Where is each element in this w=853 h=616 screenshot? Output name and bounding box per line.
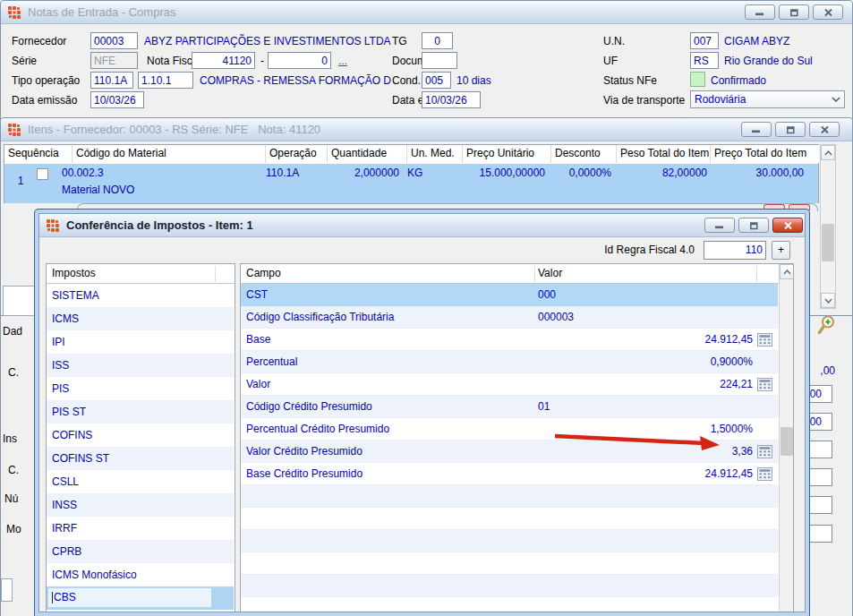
maximize-button[interactable] [779, 4, 809, 20]
imposto-item-csll[interactable]: CSLL [47, 470, 234, 493]
scroll-down-button[interactable] [821, 293, 835, 308]
tipo-operacao-label: Tipo operação [12, 74, 80, 87]
id-regra-input[interactable]: 110 [704, 241, 766, 260]
nota-fiscal-input[interactable]: 41120 [192, 52, 255, 69]
conf-table-row [241, 597, 778, 612]
conf-table-row[interactable]: Percentual Crédito Presumido1,5000% [241, 418, 778, 441]
column-header[interactable]: Un. Med. [406, 145, 462, 163]
close-button[interactable] [809, 122, 840, 137]
minimize-button[interactable] [741, 122, 772, 137]
campo-cell: Código Classificação Tributária [246, 306, 394, 329]
itens-scrollbar[interactable] [820, 144, 836, 309]
zoom-in-icon[interactable] [815, 314, 836, 338]
close-button[interactable] [813, 4, 843, 20]
column-header[interactable]: Operação [265, 145, 327, 163]
conf-table-row[interactable]: CST000 [241, 284, 778, 306]
tipo-operacao-code2-input[interactable]: 1.10.1 [138, 72, 193, 89]
column-header[interactable]: Preço Unitário [462, 145, 550, 163]
valor-cell[interactable]: 24.912,45 [545, 463, 753, 485]
titlebar-notas[interactable]: Notas de Entrada - Compras [1, 1, 852, 24]
imposto-item-cbs[interactable]: CBS [47, 586, 234, 610]
imposto-item-icms-monofásico[interactable]: ICMS Monofásico [47, 563, 234, 586]
conf-table-row[interactable]: Código Classificação Tributária000003 [241, 306, 778, 329]
imposto-item-pis-st[interactable]: PIS ST [47, 400, 234, 424]
cell-operacao: 110.1A [266, 167, 299, 179]
scroll-up-button[interactable] [780, 264, 794, 279]
imposto-item-icms[interactable]: ICMS [47, 307, 234, 330]
data-entrada-input[interactable]: 10/03/26 [422, 91, 481, 108]
column-header[interactable]: Peso Total do Item [616, 145, 710, 163]
minimize-button[interactable] [745, 4, 775, 20]
itens-table-header: SequênciaCódigo do MaterialOperaçãoQuant… [4, 145, 818, 163]
conf-table-row[interactable]: Valor Crédito Presumido3,36 [241, 441, 778, 463]
valor-cell[interactable]: 000003 [538, 306, 574, 329]
imposto-item-cofins[interactable]: COFINS [47, 424, 234, 447]
fornecedor-code-input[interactable]: 00003 [90, 32, 138, 49]
conf-table-row[interactable]: Percentual0,9000% [241, 351, 778, 373]
data-emissao-input[interactable]: 10/03/26 [90, 91, 144, 108]
valor-cell[interactable]: 000 [538, 284, 556, 306]
app-icon [7, 123, 21, 137]
scroll-up-button[interactable] [821, 145, 835, 160]
valor-cell[interactable]: 1,5000% [545, 418, 753, 441]
conf-table-row[interactable]: Base24.912,45 [241, 329, 778, 351]
conf-table-row[interactable]: Código Crédito Presumido01 [241, 396, 778, 418]
close-button[interactable] [772, 218, 803, 233]
un-label: U.N. [603, 35, 625, 47]
column-header[interactable]: Sequência [4, 145, 72, 163]
background-label-fragment: Dad [3, 325, 22, 338]
campo-cell: Base [246, 329, 270, 351]
fornecedor-name: ABYZ PARTICIPAÇÕES E INVESTIMENTOS LTDA [144, 35, 391, 47]
chevron-down-icon [832, 97, 840, 102]
documento-input[interactable] [422, 52, 457, 69]
imposto-item-cofins-st[interactable]: COFINS ST [47, 447, 234, 470]
imposto-item-pis[interactable]: PIS [47, 377, 234, 400]
imposto-item-sistema[interactable]: SISTEMA [47, 284, 234, 307]
nota-fiscal-more-link[interactable]: ... [338, 55, 347, 67]
imposto-item-inss[interactable]: INSS [47, 493, 234, 517]
conf-scrollbar[interactable] [779, 264, 794, 612]
scrollbar-thumb[interactable] [822, 224, 834, 261]
maximize-button[interactable] [738, 218, 769, 233]
background-label-fragment: C. [8, 464, 19, 476]
valor-cell[interactable]: 01 [538, 396, 550, 418]
column-valor: Valor [538, 264, 562, 283]
imposto-item-ibs[interactable]: IBS [47, 610, 234, 612]
conf-table-header: Campo Valor [241, 264, 793, 284]
column-header[interactable]: Código do Material [72, 145, 265, 163]
conf-table-row[interactable]: Base Crédito Presumido24.912,45 [241, 463, 778, 485]
background-label-fragment: Ins [3, 432, 17, 445]
column-header[interactable]: Quantidade [327, 145, 406, 163]
un-code-input[interactable]: 007 [690, 32, 719, 49]
imposto-item-ipi[interactable]: IPI [47, 330, 234, 354]
nota-fiscal-sub-input[interactable]: 0 [268, 52, 331, 69]
campo-cell: Base Crédito Presumido [246, 463, 363, 485]
maximize-button[interactable] [775, 122, 806, 137]
uf-input[interactable]: RS [690, 52, 719, 69]
cond-pag-input[interactable]: 005 [422, 72, 451, 89]
scrollbar-thumb[interactable] [780, 427, 793, 456]
imposto-item-cprb[interactable]: CPRB [47, 540, 234, 563]
valor-cell[interactable]: 0,9000% [545, 351, 753, 373]
background-field-fragment [1, 578, 13, 602]
conf-table-row[interactable]: Valor224,21 [241, 373, 778, 396]
titlebar-conferencia[interactable]: Conferência de Impostos - Item: 1 [39, 214, 805, 237]
cond-pag-desc: 10 dias [456, 74, 491, 87]
valor-cell[interactable]: 224,21 [545, 373, 753, 396]
imposto-item-iss[interactable]: ISS [47, 354, 234, 377]
row-checkbox[interactable] [37, 168, 48, 180]
tg-input[interactable]: 0 [422, 32, 453, 49]
table-row[interactable]: 1 00.002.3 Material NOVO 110.1A 2,000000… [4, 164, 818, 203]
add-button[interactable]: + [772, 241, 790, 260]
imposto-item-irrf[interactable]: IRRF [47, 517, 234, 540]
titlebar-itens[interactable]: Itens - Fornecedor: 00003 - RS Série: NF… [1, 118, 852, 141]
tipo-operacao-code-input[interactable]: 110.1A [90, 72, 133, 89]
column-header[interactable]: Desconto [550, 145, 616, 163]
valor-cell[interactable]: 24.912,45 [545, 329, 753, 351]
via-transporte-select[interactable]: Rodoviária [690, 90, 845, 108]
valor-cell[interactable]: 3,36 [545, 441, 753, 463]
conf-table-row [241, 575, 778, 597]
minimize-button[interactable] [704, 218, 735, 233]
column-header[interactable]: Preço Total do Item [710, 145, 819, 163]
conf-table-row [241, 530, 778, 552]
